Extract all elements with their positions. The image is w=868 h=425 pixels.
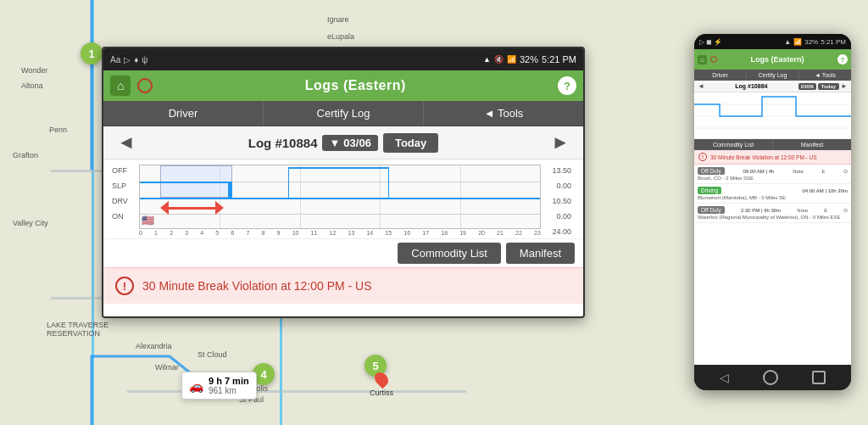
dropdown-icon: ▼ xyxy=(329,137,340,149)
phone-back-button[interactable]: ◁ xyxy=(720,371,729,384)
violation-text: 30 Minute Break Violation at 12:00 PM - … xyxy=(142,279,372,293)
graph-value-1: 13.50 xyxy=(552,163,571,178)
commodity-list-button[interactable]: Commodity List xyxy=(398,243,501,264)
phone-time: 5:21 PM xyxy=(821,38,846,46)
status-icon-aa: Aa xyxy=(110,55,120,64)
graph-step1 xyxy=(288,167,289,198)
status-icon-usb: ψ xyxy=(142,55,147,64)
status-icon-play: ▷ xyxy=(124,55,131,64)
status-right-info: ▲ 🔇 📶 32% 5:21 PM xyxy=(483,54,576,64)
phone-graph-area xyxy=(694,92,851,139)
phone-panel: ▷ ◼ ⚡ ▲ 📶 32% 5:21 PM ⌂ Logs (Eastern) ?… xyxy=(694,34,851,390)
phone-home-nav-button[interactable] xyxy=(763,370,778,385)
entry-1-time: 09:00 AM | 4h xyxy=(743,169,774,174)
log-date: 03/06 xyxy=(343,137,371,149)
map-label-eLupala: eLupala xyxy=(327,32,354,41)
prev-log-button[interactable]: ◄ xyxy=(112,131,141,154)
violation-banner: ! 30 Minute Break Violation at 12:00 PM … xyxy=(103,267,583,304)
log-number: Log #10884 xyxy=(248,136,318,150)
tablet-status-bar: Aa ▷ ♦ ψ ▲ 🔇 📶 32% 5:21 PM xyxy=(103,48,583,70)
phone-icon-2: ◼ xyxy=(706,38,712,46)
grid-v-2 xyxy=(300,165,301,228)
phone-cm-buttons: Commodity List Manifest xyxy=(694,139,851,150)
phone-manifest-button[interactable]: Manifest xyxy=(773,139,851,150)
entry-1-e[interactable]: E xyxy=(822,169,826,174)
trip-duration: 9 h 7 min xyxy=(209,376,249,386)
phone-record-indicator xyxy=(710,56,717,63)
help-button[interactable]: ? xyxy=(558,76,576,95)
status-battery-level: 32% xyxy=(520,54,538,64)
graph-line-top xyxy=(288,167,388,169)
graph-value-4: 0.00 xyxy=(552,209,571,224)
entry-3-type: Off Duty xyxy=(698,206,725,214)
today-button[interactable]: Today xyxy=(383,133,438,153)
phone-violation-icon: ! xyxy=(698,153,707,161)
graph-step2 xyxy=(388,167,389,198)
phone-status-left: ▷ ◼ ⚡ xyxy=(699,38,722,46)
map-label-valley-city: Valley City xyxy=(13,219,48,227)
curtiss-marker: Curtiss xyxy=(370,372,393,397)
log-info: Log #10884 ▼ 03/06 Today xyxy=(141,133,546,153)
phone-log-number: Log #10884 xyxy=(704,83,798,89)
log-header: ◄ Log #10884 ▼ 03/06 Today ► xyxy=(103,126,583,159)
phone-status-right: ▲ 📶 32% 5:21 PM xyxy=(784,38,846,46)
entry-1-o[interactable]: O xyxy=(843,169,848,174)
map-label-grafton: Grafton xyxy=(13,151,38,159)
phone-nav-driver[interactable]: Driver xyxy=(694,70,747,81)
phone-help-button[interactable]: ? xyxy=(837,54,848,64)
entry-3-note[interactable]: Note xyxy=(797,208,808,213)
log-entry-1: Off Duty 09:00 AM | 4h Note E O Brush, C… xyxy=(694,165,851,184)
phone-nav-certify[interactable]: Certify Log xyxy=(747,70,799,81)
map-label-alexandria: Alexandria xyxy=(136,342,172,350)
curtiss-pin xyxy=(372,370,392,389)
phone-home-button[interactable]: ⌂ xyxy=(698,55,707,64)
entry-2-type: Driving xyxy=(698,187,721,194)
map-road-horizontal-1 xyxy=(127,390,466,393)
nav-certify-button[interactable]: Certify Log xyxy=(264,101,424,126)
phone-battery: 32% xyxy=(804,38,818,46)
graph-x-labels: 0 1 2 3 4 5 6 7 8 9 10 11 12 13 14 15 16… xyxy=(139,229,541,237)
arrow-right xyxy=(215,201,224,215)
map-label-reservation: RESERVATION xyxy=(47,329,100,338)
phone-log-date: 03/06 xyxy=(798,83,816,90)
home-button[interactable]: ⌂ xyxy=(110,75,131,96)
phone-today-button[interactable]: Today xyxy=(818,83,839,90)
grid-v-4 xyxy=(460,165,461,228)
marker-1: 1 xyxy=(81,42,103,64)
graph-line-drv2 xyxy=(232,198,540,199)
phone-violation: ! 30 Minute Break Violation at 12:00 PM … xyxy=(694,150,851,165)
phone-icon-1: ▷ xyxy=(699,38,704,46)
flag-icon: 🇺🇸 xyxy=(142,215,154,226)
arrow-left xyxy=(160,201,169,215)
phone-icon-3: ⚡ xyxy=(714,38,722,46)
entry-3-header: Off Duty 2:30 PM | 9h 30m Note E O xyxy=(698,206,848,214)
manifest-button[interactable]: Manifest xyxy=(506,243,575,264)
tablet-window: Aa ▷ ♦ ψ ▲ 🔇 📶 32% 5:21 PM ⌂ Logs (Easte… xyxy=(102,47,585,318)
status-time: 5:21 PM xyxy=(542,54,576,64)
entry-3-e[interactable]: E xyxy=(824,208,827,213)
status-left-icons: Aa ▷ ♦ ψ xyxy=(110,55,147,64)
phone-next-arrow[interactable]: ► xyxy=(841,82,848,90)
phone-status-bar: ▷ ◼ ⚡ ▲ 📶 32% 5:21 PM xyxy=(694,34,851,49)
next-log-button[interactable]: ► xyxy=(546,131,575,154)
grid-v-3 xyxy=(380,165,381,228)
trip-distance: 961 km xyxy=(209,386,249,395)
phone-nav-tools[interactable]: ◄ Tools xyxy=(799,70,851,81)
graph-canvas: 🇺🇸 xyxy=(139,165,541,229)
log-date-badge[interactable]: ▼ 03/06 xyxy=(322,135,377,151)
map-label-st-cloud: St Cloud xyxy=(198,350,227,359)
status-icon-diamond: ♦ xyxy=(134,55,138,64)
nav-driver-button[interactable]: Driver xyxy=(103,101,264,126)
marker-5-label: 5 xyxy=(372,360,378,372)
arrow-shaft xyxy=(169,207,216,210)
phone-log-entries: Off Duty 09:00 AM | 4h Note E O Brush, C… xyxy=(694,165,851,365)
entry-1-note[interactable]: Note xyxy=(793,169,804,174)
entry-2-header: Driving 04:00 AM | 10h 30m xyxy=(698,187,848,194)
nav-tools-button[interactable]: ◄ Tools xyxy=(424,101,583,126)
marker-1-label: 1 xyxy=(88,48,94,60)
entry-3-o[interactable]: O xyxy=(843,208,848,213)
phone-recent-button[interactable] xyxy=(812,371,826,384)
phone-prev-arrow[interactable]: ◄ xyxy=(698,82,704,90)
phone-log-header: ◄ Log #10884 03/06 Today ► xyxy=(694,81,851,92)
phone-commodity-button[interactable]: Commodity List xyxy=(694,139,773,150)
